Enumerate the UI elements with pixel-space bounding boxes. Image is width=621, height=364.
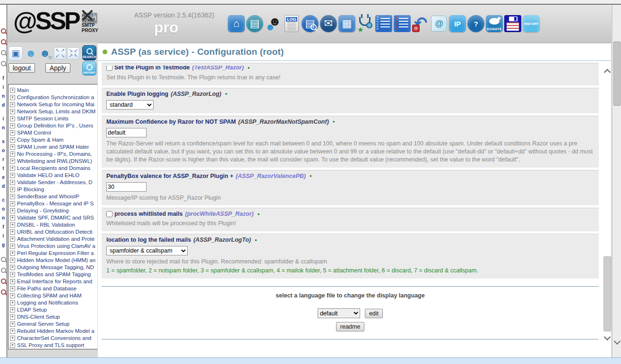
- sidebar-item-logging-and-notifications[interactable]: +Logging and Notifications: [9, 299, 97, 306]
- sidebar-item-spam-lover-and-spam-hater[interactable]: +SPAM Lover and SPAM Hater: [9, 144, 97, 151]
- sidebar-item-global-penaltybox-network[interactable]: +Global PenaltyBox Network: [9, 349, 97, 349]
- log-search-icon[interactable]: ▤: [302, 15, 319, 32]
- blue-notebook-icon[interactable]: [375, 15, 392, 32]
- edit-search-icon[interactable]: [1, 28, 6, 34]
- search-icon[interactable]: [1, 61, 6, 66]
- edit-search-icon[interactable]: [1, 39, 6, 44]
- user-icon[interactable]: ☻: [25, 47, 37, 59]
- expand-plus-icon[interactable]: +: [10, 215, 15, 220]
- window-scrollbar[interactable]: [612, 5, 621, 358]
- history-icon[interactable]: HISTORY: [523, 15, 540, 32]
- logout-button[interactable]: logout: [9, 63, 35, 73]
- expand-plus-icon[interactable]: +: [10, 293, 15, 298]
- expand-plus-icon[interactable]: +: [10, 144, 15, 150]
- sidebar-item-smtp-session-limits[interactable]: +SMTP Session Limits: [9, 115, 97, 122]
- user-transfer-icon[interactable]: ☻☻: [265, 15, 282, 32]
- expand-plus-icon[interactable]: +: [10, 300, 15, 305]
- expand-plus-icon[interactable]: +: [10, 102, 15, 107]
- sidebar-item-attachment-validation-and-prote[interactable]: +Attachment Validation and Prote: [9, 236, 97, 243]
- sidebar-item-outgoing-message-tagging-nd[interactable]: +Outgoing Message Tagging, ND: [9, 264, 97, 271]
- expand-plus-icon[interactable]: +: [10, 265, 15, 270]
- edit-search-icon[interactable]: [1, 289, 6, 295]
- sidebar-item-dns-client-setup[interactable]: +DNS-Client Setup: [9, 313, 97, 321]
- expand-plus-icon[interactable]: +: [10, 159, 15, 164]
- sidebar-item-no-processing-ip-s-domains[interactable]: +No Processing - IP's, Domains,: [9, 151, 97, 158]
- expand-plus-icon[interactable]: +: [10, 244, 15, 249]
- sidebar-item-characterset-conversions-and[interactable]: +CharacterSet Conversions and: [9, 335, 97, 342]
- sidebar-item-ldap-setup[interactable]: +LDAP Setup: [9, 306, 97, 313]
- expand-plus-icon[interactable]: +: [10, 208, 15, 213]
- sidebar-item-delaying-greylisting[interactable]: +Delaying - Greylisting: [9, 207, 97, 214]
- sidebar-item-copy-spam-ham[interactable]: +Copy Spam & Ham: [9, 136, 97, 144]
- expand-plus-icon[interactable]: +: [10, 109, 15, 114]
- expand-plus-icon[interactable]: +: [10, 272, 15, 277]
- history-button[interactable]: HISTORY: [82, 61, 96, 76]
- window-scroll-down-icon[interactable]: [614, 338, 621, 345]
- language-select[interactable]: default: [318, 308, 360, 318]
- mail-globe-icon[interactable]: ✉: [320, 15, 337, 32]
- content-scrollbar[interactable]: [603, 66, 611, 342]
- sidebar-item-perl-regular-expression-filter-a[interactable]: +Perl Regular Expression Filter a: [9, 250, 97, 257]
- health-check-icon[interactable]: ★: [357, 15, 374, 32]
- interface-settings-icon[interactable]: ▣: [9, 46, 23, 60]
- search-icon[interactable]: [1, 50, 6, 55]
- window-scrollbar-thumb[interactable]: [613, 42, 621, 106]
- expand-plus-icon[interactable]: +: [10, 258, 15, 263]
- config-text-input[interactable]: [106, 128, 147, 137]
- sidebar-item-file-paths-and-database[interactable]: +File Paths and Database: [9, 285, 97, 292]
- sidebar-item-ssl-proxy-and-tls-support[interactable]: +SSL Proxy and TLS support: [9, 342, 97, 349]
- sidebar-item-dnsbl-rbl-validation[interactable]: +DNSBL - RBL Validation: [9, 221, 97, 229]
- search-button[interactable]: SEARCH: [82, 45, 96, 60]
- expand-plus-icon[interactable]: +: [10, 130, 15, 135]
- mail-analyze-icon[interactable]: ▤: [246, 15, 263, 32]
- expand-plus-icon[interactable]: +: [10, 194, 15, 199]
- expand-plus-icon[interactable]: +: [10, 201, 15, 206]
- expand-plus-icon[interactable]: +: [10, 166, 15, 171]
- sidebar-item-collecting-spam-and-ham[interactable]: +Collecting SPAM and HAM: [9, 292, 97, 299]
- help-icon[interactable]: ?: [467, 15, 484, 32]
- readme-button[interactable]: readme: [336, 322, 364, 331]
- restart-icon[interactable]: ↶O: [412, 15, 429, 32]
- expand-plus-icon[interactable]: +: [10, 222, 15, 228]
- scroll-up-icon[interactable]: [604, 69, 611, 76]
- config-checkbox[interactable]: [106, 66, 112, 71]
- sidebar-item-spam-control[interactable]: +SPAM Control: [9, 129, 97, 136]
- config-checkbox[interactable]: [106, 211, 112, 217]
- sidebar-item-validate-sender-addresses-d[interactable]: +Validate Sender - Addresses, D: [9, 179, 97, 186]
- sidebar-item-general-server-setup[interactable]: +General Server Setup: [9, 321, 97, 328]
- edit-search-icon[interactable]: [1, 279, 6, 284]
- save-icon[interactable]: [504, 15, 521, 32]
- expand-plus-icon[interactable]: +: [10, 343, 15, 348]
- sidebar-item-virus-protection-using-clamav-a[interactable]: +Virus Protection using ClamAV a: [9, 243, 97, 250]
- expand-plus-icon[interactable]: +: [10, 95, 15, 100]
- expand-plus-icon[interactable]: +: [10, 88, 15, 93]
- sidebar-item-hidden-markov-model-hmm-an[interactable]: +Hidden Markov Model (HMM) an: [9, 257, 97, 264]
- log-file-icon[interactable]: LOG: [283, 15, 300, 32]
- admin-tools-icon[interactable]: ☻⚒: [38, 46, 52, 60]
- search-icon[interactable]: [1, 257, 6, 262]
- sidebar-item-validate-helo-and-ehlo[interactable]: +Validate HELO and EHLO: [9, 172, 97, 179]
- expand-plus-icon[interactable]: +: [10, 152, 15, 157]
- sidebar-item-whitelisting-and-rwl-dnswl[interactable]: +Whitelisting and RWL(DNSWL): [9, 158, 97, 165]
- expand-plus-icon[interactable]: +: [10, 286, 15, 291]
- search-icon[interactable]: [1, 268, 6, 273]
- sidebar-item-ip-blocking[interactable]: +IP Blocking: [9, 186, 97, 193]
- sidebar-item-group-definition-for-ip-s-users[interactable]: +Group Definition for IP's , Users: [9, 122, 97, 129]
- expand-plus-icon[interactable]: +: [10, 251, 15, 256]
- edit-button[interactable]: edit: [365, 309, 383, 318]
- sidebar-item-configuration-synchronization-a[interactable]: +Configuration Synchronization a: [9, 94, 97, 101]
- sidebar-item-network-setup-limits-and-dkim[interactable]: +Network Setup, Limits and DKIM: [9, 108, 97, 115]
- scroll-down-icon[interactable]: [604, 334, 611, 340]
- sidebar-item-rebuild-hidden-markov-model-a[interactable]: +Rebuild Hidden Markov Model a: [9, 328, 97, 335]
- red-notebook-icon[interactable]: [394, 15, 411, 32]
- expand-plus-icon[interactable]: +: [10, 173, 15, 178]
- expand-plus-icon[interactable]: +: [10, 123, 15, 128]
- expand-plus-icon[interactable]: +: [10, 187, 15, 192]
- config-text-input[interactable]: [106, 182, 147, 192]
- donate-icon[interactable]: DONATE: [486, 15, 503, 32]
- sidebar-item-local-recipients-and-domains[interactable]: +Local Recipients and Domains: [9, 165, 97, 172]
- ip-lookup-icon[interactable]: IP: [449, 15, 466, 32]
- sidebar-item-senderbase-and-whoisip[interactable]: +SenderBase and WhoisIP: [9, 193, 97, 200]
- address-book-icon[interactable]: @: [431, 15, 448, 32]
- config-select[interactable]: spamfolder & ccallspam: [106, 246, 188, 255]
